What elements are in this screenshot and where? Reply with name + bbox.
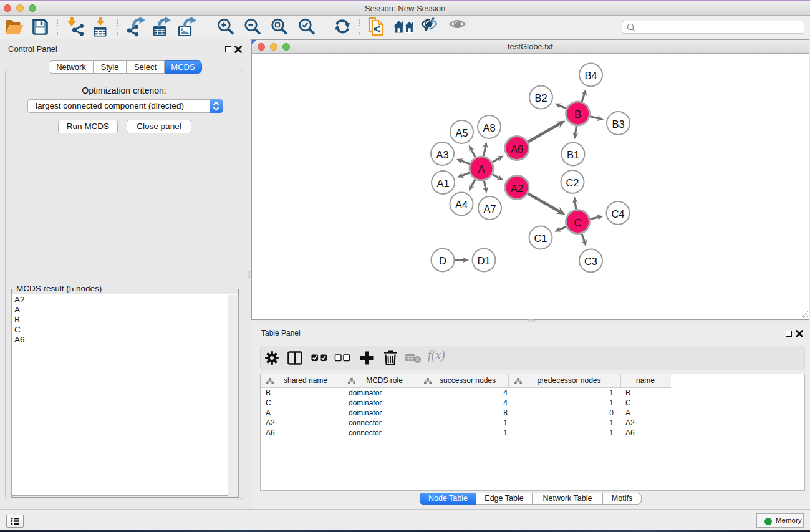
- svg-text:D: D: [439, 255, 446, 266]
- svg-text:B3: B3: [612, 118, 624, 130]
- svg-text:A: A: [478, 163, 485, 175]
- svg-text:C4: C4: [611, 208, 624, 220]
- svg-text:C1: C1: [534, 233, 547, 244]
- svg-text:C: C: [574, 217, 582, 228]
- svg-text:B2: B2: [534, 92, 547, 104]
- svg-text:B1: B1: [567, 149, 579, 160]
- svg-text:C2: C2: [566, 177, 579, 188]
- svg-text:B: B: [574, 109, 581, 120]
- svg-text:A5: A5: [455, 127, 468, 138]
- svg-text:C3: C3: [584, 256, 597, 267]
- svg-text:A1: A1: [436, 178, 449, 189]
- svg-text:B4: B4: [584, 70, 597, 81]
- svg-text:A4: A4: [455, 199, 468, 210]
- svg-text:D1: D1: [477, 255, 490, 266]
- svg-text:A8: A8: [483, 122, 495, 133]
- svg-text:A3: A3: [436, 149, 448, 160]
- svg-text:A7: A7: [483, 203, 496, 215]
- svg-text:A6: A6: [511, 143, 523, 155]
- svg-text:A2: A2: [511, 183, 523, 194]
